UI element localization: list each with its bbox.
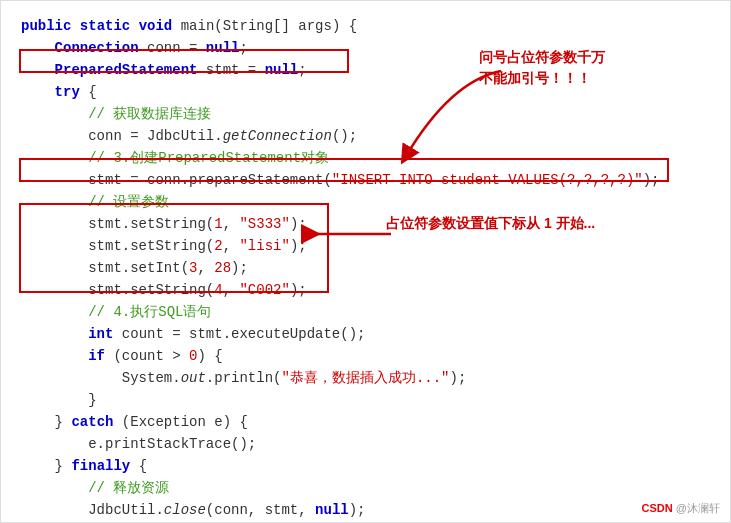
code-line-12: stmt.setInt(3, 28); [21,257,710,279]
code-line-13: stmt.setString(4, "C002"); [21,279,710,301]
annotation-index-from-1: 占位符参数设置值下标从 1 开始... [386,214,595,234]
code-line-7: // 3.创建PreparedStatement对象 [21,147,710,169]
code-line-17: System.out.println("恭喜，数据插入成功..."); [21,367,710,389]
code-line-9: // 设置参数 [21,191,710,213]
code-line-1: public static void main(String[] args) { [21,15,710,37]
watermark-logo: CSDN [642,502,673,514]
code-line-18: } [21,389,710,411]
code-line-5: // 获取数据库连接 [21,103,710,125]
code-line-15: int count = stmt.executeUpdate(); [21,323,710,345]
code-container: public static void main(String[] args) {… [0,0,731,523]
code-line-11: stmt.setString(2, "lisi"); [21,235,710,257]
code-line-2: Connection conn = null; [21,37,710,59]
annotation-no-quotes: 问号占位符参数千万不能加引号！！！ [479,47,605,89]
code-line-6: conn = JdbcUtil.getConnection(); [21,125,710,147]
code-line-22: // 释放资源 [21,477,710,499]
code-line-14: // 4.执行SQL语句 [21,301,710,323]
code-line-19: } catch (Exception e) { [21,411,710,433]
watermark: CSDN @沐澜轩 [642,501,720,516]
code-line-3: PreparedStatement stmt = null; [21,59,710,81]
code-line-10: stmt.setString(1, "S333"); [21,213,710,235]
code-line-16: if (count > 0) { [21,345,710,367]
code-area: public static void main(String[] args) {… [1,11,730,523]
code-line-20: e.printStackTrace(); [21,433,710,455]
code-line-8: stmt = conn.prepareStatement("INSERT INT… [21,169,710,191]
code-line-21: } finally { [21,455,710,477]
code-line-4: try { [21,81,710,103]
code-line-23: JdbcUtil.close(conn, stmt, null); [21,499,710,521]
watermark-author: @沐澜轩 [673,502,720,514]
